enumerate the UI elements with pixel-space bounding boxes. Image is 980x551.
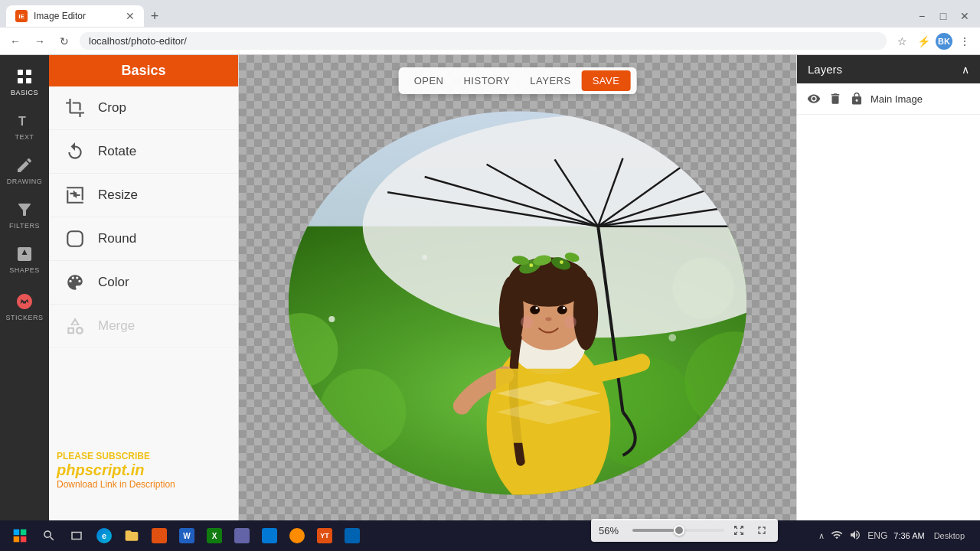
menu-button[interactable]: ⋮ <box>956 32 974 51</box>
close-button[interactable]: ✕ <box>956 7 974 25</box>
app-layout: BASICS T TEXT DRAWING <box>0 55 980 551</box>
icon-sidebar: BASICS T TEXT DRAWING <box>0 55 49 551</box>
taskbar-app5[interactable] <box>257 523 282 548</box>
svg-point-49 <box>557 305 567 314</box>
taskbar-app6[interactable] <box>285 523 309 548</box>
zoom-fit-button[interactable] <box>730 522 747 539</box>
layer-lock-icon[interactable] <box>849 91 864 106</box>
sidebar-item-shapes-label: SHAPES <box>9 266 40 274</box>
open-button[interactable]: OPEN <box>405 70 453 91</box>
zoom-slider-track[interactable] <box>632 529 724 532</box>
url-input[interactable] <box>80 32 887 50</box>
taskbar-search-button[interactable] <box>37 523 61 548</box>
sidebar-item-text-label: TEXT <box>15 133 34 141</box>
merge-icon <box>64 315 86 337</box>
svg-point-52 <box>545 318 551 321</box>
sidebar-item-stickers[interactable]: STICKERS <box>3 286 46 328</box>
save-button[interactable]: SAVE <box>582 70 631 91</box>
crop-icon <box>64 97 86 119</box>
sidebar-item-basics-label: BASICS <box>11 89 38 96</box>
layer-main-image[interactable]: Main Image <box>797 83 980 115</box>
watermark: PLEASE SUBSCRIBE phpscript.in Download L… <box>57 451 175 490</box>
zoom-bar: 56% <box>591 519 778 542</box>
zoom-fullscreen-button[interactable] <box>753 522 770 539</box>
svg-point-19 <box>743 260 750 266</box>
tool-resize[interactable]: Resize <box>49 174 238 217</box>
zoom-slider-thumb[interactable] <box>674 525 684 536</box>
layer-visibility-icon[interactable] <box>806 91 822 106</box>
taskbar-app8[interactable] <box>340 523 364 548</box>
photo-display <box>239 55 796 551</box>
svg-point-16 <box>328 316 335 322</box>
address-bar: ← → ↻ ☆ ⚡ BK ⋮ <box>0 28 980 55</box>
layer-delete-icon[interactable] <box>828 91 843 106</box>
tool-merge[interactable]: Merge <box>49 305 238 348</box>
rotate-label: Rotate <box>98 144 136 159</box>
tab-close-button[interactable]: ✕ <box>126 10 135 22</box>
sidebar-item-basics[interactable]: BASICS <box>3 61 46 103</box>
svg-point-46 <box>529 263 533 267</box>
forward-button[interactable]: → <box>31 32 49 51</box>
layers-collapse-button[interactable]: ∧ <box>962 64 969 76</box>
svg-point-48 <box>530 305 540 314</box>
taskbar: e W X YT ∧ <box>0 520 980 551</box>
layers-button[interactable]: LAYERS <box>521 70 580 91</box>
sidebar-item-drawing-label: DRAWING <box>7 178 43 185</box>
tray-show-hidden[interactable]: ∧ <box>818 531 825 541</box>
layers-header: Layers ∧ <box>797 55 980 83</box>
text-icon: T <box>15 112 34 130</box>
bookmark-button[interactable]: ☆ <box>893 32 911 51</box>
show-desktop-button[interactable]: Desktop <box>931 531 968 540</box>
watermark-line1: PLEASE SUBSCRIBE <box>57 451 175 461</box>
resize-icon <box>64 184 86 206</box>
tools-header-label: Basics <box>121 63 165 78</box>
browser-actions: ☆ ⚡ BK ⋮ <box>893 32 974 51</box>
svg-point-23 <box>701 441 705 445</box>
tool-round[interactable]: Round <box>49 217 238 261</box>
svg-rect-58 <box>14 536 20 543</box>
svg-rect-3 <box>26 78 31 83</box>
taskbar-clock[interactable]: 7:36 AM <box>893 531 924 540</box>
svg-point-47 <box>560 260 564 264</box>
tool-crop[interactable]: Crop <box>49 86 238 130</box>
taskbar-explorer-button[interactable] <box>119 523 144 548</box>
merge-label: Merge <box>98 318 135 334</box>
back-button[interactable]: ← <box>6 32 24 51</box>
taskbar-app3[interactable]: X <box>202 523 227 548</box>
profile-button[interactable]: BK <box>936 33 952 50</box>
taskbar-app2[interactable]: W <box>175 523 199 548</box>
filters-icon <box>15 201 34 219</box>
sidebar-item-filters[interactable]: FILTERS <box>3 194 46 236</box>
taskbar-app1[interactable] <box>147 523 172 548</box>
round-label: Round <box>98 231 136 246</box>
new-tab-button[interactable]: + <box>144 5 165 27</box>
refresh-button[interactable]: ↻ <box>55 32 74 51</box>
tray-ime[interactable]: ENG <box>867 530 887 541</box>
minimize-button[interactable]: − <box>913 7 931 25</box>
tool-rotate[interactable]: Rotate <box>49 130 238 174</box>
sidebar-item-text[interactable]: T TEXT <box>3 106 46 147</box>
svg-point-12 <box>319 369 406 455</box>
taskbar-edge-button[interactable]: e <box>92 523 116 548</box>
start-button[interactable] <box>6 522 34 549</box>
layers-panel: Layers ∧ Main Image <box>796 55 980 551</box>
taskbar-app7[interactable]: YT <box>312 523 337 548</box>
extensions-button[interactable]: ⚡ <box>914 32 933 51</box>
history-button[interactable]: HISTORY <box>454 70 519 91</box>
layers-title: Layers <box>808 63 842 76</box>
taskbar-app4[interactable] <box>230 523 254 548</box>
sidebar-item-shapes[interactable]: SHAPES <box>3 239 46 280</box>
tray-network-icon[interactable] <box>831 529 843 543</box>
svg-text:T: T <box>18 115 26 128</box>
sidebar-item-drawing[interactable]: DRAWING <box>3 150 46 191</box>
restore-button[interactable]: □ <box>934 7 952 25</box>
svg-point-40 <box>573 276 598 350</box>
tab-favicon: IE <box>15 10 28 22</box>
sidebar-item-filters-label: FILTERS <box>9 222 40 230</box>
svg-rect-5 <box>67 231 83 246</box>
active-tab[interactable]: IE Image Editor ✕ <box>6 5 144 27</box>
tool-color[interactable]: Color <box>49 261 238 305</box>
svg-rect-0 <box>18 70 23 75</box>
tray-volume-icon[interactable] <box>849 529 861 543</box>
taskbar-taskview-button[interactable] <box>64 523 89 548</box>
